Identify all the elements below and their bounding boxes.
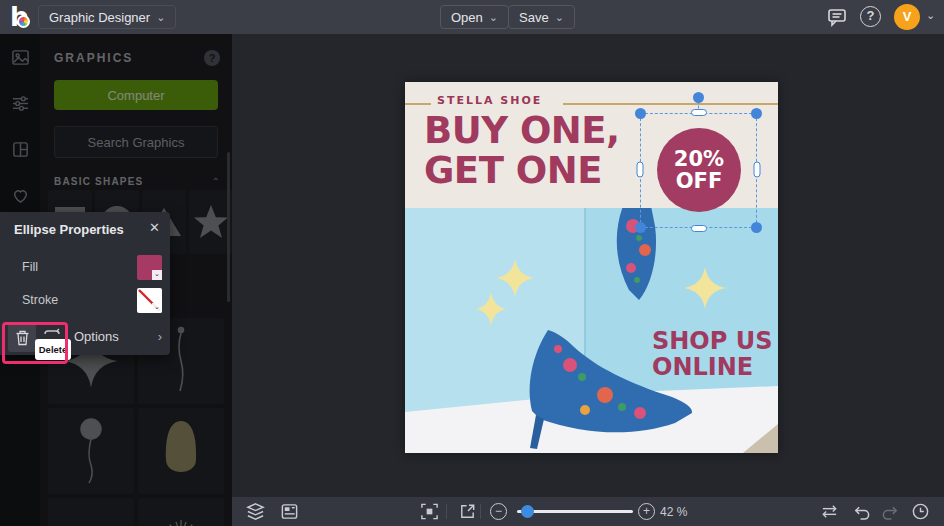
fullscreen-icon[interactable] — [458, 502, 477, 521]
top-bar: b Graphic Designer ⌄ Open ⌄ Save ⌄ ? V ⌄ — [0, 0, 944, 34]
zoom-slider-track[interactable] — [517, 510, 633, 513]
history-icon[interactable] — [911, 502, 930, 521]
toolbar-divider — [446, 504, 447, 519]
resize-handle-sw[interactable] — [635, 222, 646, 233]
resize-handle-nw[interactable] — [635, 108, 646, 119]
open-button[interactable]: Open ⌄ — [440, 5, 509, 29]
options-label: Options — [74, 329, 119, 344]
headline-line1[interactable]: BUY ONE, — [424, 112, 620, 150]
zoom-in-button[interactable]: + — [638, 503, 655, 520]
undo-icon[interactable] — [852, 502, 871, 521]
compare-transform-icon[interactable] — [820, 502, 839, 521]
delete-tooltip: Delete — [35, 339, 71, 360]
chevron-down-icon: ⌄ — [489, 12, 498, 22]
workspace: STELLA SHOE BUY ONE, GET ONE — [232, 34, 944, 497]
fit-to-screen-icon[interactable] — [420, 502, 439, 521]
save-button[interactable]: Save ⌄ — [508, 5, 575, 29]
zoom-out-button[interactable]: − — [490, 503, 507, 520]
chevron-down-icon[interactable]: ⌄ — [926, 9, 935, 22]
chevron-down-icon: ⌄ — [156, 12, 165, 22]
chevron-right-icon: › — [158, 329, 162, 344]
chevron-down-icon[interactable]: ⌄ — [152, 270, 162, 280]
fill-color-swatch[interactable]: ⌄ — [137, 255, 162, 280]
decor-rule-right — [563, 103, 778, 105]
resize-handle-e[interactable] — [754, 162, 761, 178]
zoom-level-value: 42 % — [660, 505, 687, 519]
decor-rule-left — [405, 103, 431, 105]
avatar[interactable]: V — [894, 4, 920, 30]
options-button[interactable]: Options › — [74, 329, 162, 344]
canvas-settings-icon[interactable] — [280, 502, 299, 521]
rotation-handle[interactable] — [693, 92, 704, 103]
graphic-designer-app: b Graphic Designer ⌄ Open ⌄ Save ⌄ ? V ⌄ — [0, 0, 944, 526]
resize-handle-n[interactable] — [691, 109, 707, 116]
cta-text[interactable]: SHOP US ONLINE — [652, 328, 773, 380]
selection-bounding-box[interactable] — [640, 113, 757, 228]
delete-layer-button[interactable] — [8, 324, 36, 352]
design-canvas[interactable]: STELLA SHOE BUY ONE, GET ONE — [405, 82, 778, 453]
app-menu-button[interactable]: Graphic Designer ⌄ — [38, 5, 176, 29]
app-menu-label: Graphic Designer — [49, 10, 150, 25]
logo-color-wheel-icon — [17, 15, 30, 28]
chevron-down-icon: ⌄ — [555, 12, 564, 22]
open-label: Open — [451, 10, 483, 25]
feedback-chat-icon[interactable] — [826, 6, 848, 28]
fill-label: Fill — [22, 260, 38, 274]
toolbar-divider — [480, 504, 481, 519]
popup-title: Ellipse Properties — [14, 222, 124, 237]
cta-line2: ONLINE — [652, 354, 773, 380]
help-icon[interactable]: ? — [860, 6, 881, 27]
headline-line2[interactable]: GET ONE — [424, 152, 602, 190]
close-icon[interactable]: ✕ — [149, 220, 160, 235]
resize-handle-ne[interactable] — [751, 108, 762, 119]
layers-icon[interactable] — [246, 502, 265, 521]
stroke-label: Stroke — [22, 293, 58, 307]
stroke-color-swatch[interactable]: ⌄ — [137, 288, 162, 313]
bottom-toolbar: − + 42 % — [232, 497, 944, 526]
cta-line1: SHOP US — [652, 328, 773, 354]
zoom-slider-handle[interactable] — [521, 505, 534, 518]
chevron-down-icon[interactable]: ⌄ — [152, 303, 162, 313]
resize-handle-w[interactable] — [637, 162, 644, 178]
resize-handle-se[interactable] — [751, 222, 762, 233]
ellipse-properties-popup: Ellipse Properties ✕ Fill ⌄ Stroke ⌄ Opt… — [0, 212, 170, 355]
save-label: Save — [519, 10, 549, 25]
resize-handle-s[interactable] — [691, 225, 707, 232]
brand-text[interactable]: STELLA SHOE — [437, 94, 542, 107]
redo-icon[interactable] — [881, 502, 900, 521]
befunky-logo[interactable]: b — [10, 3, 36, 31]
